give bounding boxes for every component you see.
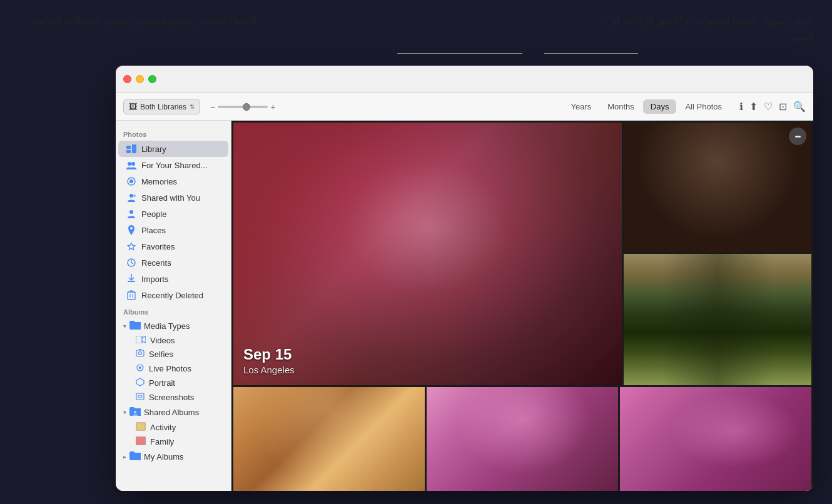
- close-button[interactable]: [123, 75, 131, 83]
- library-picker-label: Both Libraries: [140, 103, 186, 111]
- chevron-right-icon: ▸: [123, 453, 126, 460]
- svg-rect-15: [128, 281, 135, 282]
- my-albums-folder-icon: [129, 451, 141, 462]
- library-picker[interactable]: 🖼 Both Libraries ⇅: [123, 99, 200, 114]
- photo-large-main[interactable]: Sep 15 Los Angeles: [233, 123, 622, 385]
- photo-grid: Sep 15 Los Angeles •••: [231, 121, 813, 491]
- sidebar-item-portrait-label: Portrait: [149, 378, 175, 388]
- sidebar-item-library[interactable]: Library: [118, 141, 228, 157]
- places-icon: [126, 224, 137, 236]
- family-icon: [136, 436, 146, 447]
- favorites-icon: [126, 241, 137, 252]
- sidebar-group-shared-albums-label: Shared Albums: [144, 408, 199, 417]
- svg-point-4: [131, 162, 135, 166]
- sidebar-group-media-types-label: Media Types: [144, 321, 190, 331]
- sidebar-section-albums: Albums: [116, 303, 231, 318]
- sidebar-item-imports[interactable]: Imports: [118, 271, 228, 287]
- svg-rect-24: [139, 349, 141, 350]
- svg-rect-22: [136, 350, 144, 356]
- sidebar-item-videos-label: Videos: [150, 336, 175, 345]
- sidebar-item-memories[interactable]: Memories: [118, 173, 228, 189]
- sidebar-item-imports-label: Imports: [141, 275, 168, 284]
- maximize-button[interactable]: [148, 75, 156, 83]
- traffic-lights: [123, 75, 156, 83]
- svg-point-23: [139, 352, 142, 355]
- info-icon[interactable]: ℹ: [739, 101, 743, 113]
- tooltip-line-2: [544, 53, 638, 54]
- photo-bottom-1[interactable]: [233, 387, 425, 491]
- photo-date-overlay: Sep 15 Los Angeles: [243, 346, 295, 375]
- svg-rect-16: [128, 292, 135, 300]
- sidebar-item-people-label: People: [141, 209, 166, 219]
- sidebar-item-favorites[interactable]: Favorites: [118, 238, 228, 255]
- sidebar-item-screenshots[interactable]: Screenshots: [118, 390, 228, 405]
- photo-right-top[interactable]: •••: [624, 123, 811, 252]
- view-years-button[interactable]: Years: [563, 99, 599, 114]
- tooltip-memories: الإنشاء التلقائي لفيديو مخصص يتضمن اللحظ…: [19, 13, 256, 29]
- sidebar-item-recents[interactable]: Recents: [118, 255, 228, 271]
- zoom-in-button[interactable]: +: [270, 102, 275, 112]
- view-months-button[interactable]: Months: [600, 99, 642, 114]
- photo-bottom-3[interactable]: [620, 387, 811, 491]
- sidebar-item-portrait[interactable]: Portrait: [118, 376, 228, 390]
- photo-area[interactable]: Sep 15 Los Angeles •••: [231, 121, 813, 491]
- svg-point-26: [139, 366, 141, 369]
- minimize-button[interactable]: [136, 75, 144, 83]
- sidebar-section-photos: Photos: [116, 126, 231, 141]
- sidebar-item-for-your-shared[interactable]: For Your Shared...: [118, 157, 228, 173]
- photo-bottom-2[interactable]: [427, 387, 618, 491]
- sidebar-group-my-albums[interactable]: ▸ My Albums: [118, 449, 228, 465]
- chevron-down-icon: ▾: [123, 323, 126, 330]
- chevron-updown-icon: ⇅: [190, 103, 195, 110]
- sidebar-item-live-photos[interactable]: Live Photos: [118, 361, 228, 376]
- sidebar-group-my-albums-label: My Albums: [144, 452, 184, 461]
- sidebar-item-videos[interactable]: Videos: [118, 334, 228, 347]
- zoom-slider[interactable]: [218, 106, 268, 108]
- svg-point-9: [129, 194, 133, 198]
- sidebar-group-shared-albums[interactable]: ▾ Shared Albums: [118, 405, 228, 420]
- svg-point-30: [134, 411, 136, 413]
- view-all-photos-button[interactable]: All Photos: [677, 99, 729, 114]
- sidebar-item-activity-label: Activity: [150, 423, 176, 432]
- photos-window: 🖼 Both Libraries ⇅ − + Years Months Days…: [116, 66, 813, 491]
- photo-right-bottom[interactable]: [624, 254, 811, 385]
- svg-point-12: [129, 210, 133, 214]
- svg-rect-28: [136, 393, 144, 400]
- activity-icon: [136, 422, 146, 433]
- shared-icon: [126, 159, 137, 171]
- more-options-button[interactable]: •••: [789, 128, 806, 145]
- share-icon[interactable]: ⬆: [749, 101, 758, 113]
- sidebar-item-recents-label: Recents: [141, 258, 171, 268]
- sidebar-item-shared-with-you-label: Shared with You: [141, 193, 200, 203]
- sidebar-item-places[interactable]: Places: [118, 222, 228, 238]
- svg-rect-1: [126, 150, 131, 153]
- sidebar-item-family[interactable]: Family: [118, 435, 228, 449]
- view-buttons: Years Months Days All Photos: [563, 99, 729, 114]
- media-types-folder-icon: [129, 321, 141, 331]
- view-days-button[interactable]: Days: [643, 99, 677, 114]
- portrait-icon: [136, 378, 145, 388]
- videos-icon: [136, 336, 146, 345]
- sidebar-item-activity[interactable]: Activity: [118, 420, 228, 435]
- sidebar-item-memories-label: Memories: [141, 177, 177, 186]
- toolbar-icons: ℹ ⬆ ♡ ⊡ 🔍: [739, 101, 806, 113]
- photo-right-column: •••: [624, 123, 811, 385]
- svg-point-11: [133, 194, 136, 197]
- svg-point-8: [129, 179, 133, 183]
- sidebar-item-people[interactable]: People: [118, 206, 228, 222]
- svg-rect-29: [138, 395, 142, 398]
- chevron-down-shared-icon: ▾: [123, 409, 126, 416]
- photo-date-text: Sep 15: [243, 346, 295, 363]
- titlebar: [116, 66, 813, 93]
- zoom-out-button[interactable]: −: [210, 102, 215, 112]
- sidebar-group-media-types[interactable]: ▾ Media Types: [118, 318, 228, 334]
- heart-icon[interactable]: ♡: [764, 101, 773, 113]
- shared-albums-folder-icon: [129, 407, 141, 418]
- sidebar-item-shared-with-you[interactable]: Shared with You: [118, 189, 228, 206]
- sidebar-item-recently-deleted[interactable]: Recently Deleted: [118, 287, 228, 303]
- copy-icon[interactable]: ⊡: [779, 101, 787, 113]
- search-icon[interactable]: 🔍: [793, 101, 806, 113]
- photo-row-middle: [233, 387, 811, 491]
- sidebar-item-selfies[interactable]: Selfies: [118, 347, 228, 361]
- sidebar-item-favorites-label: Favorites: [141, 242, 175, 251]
